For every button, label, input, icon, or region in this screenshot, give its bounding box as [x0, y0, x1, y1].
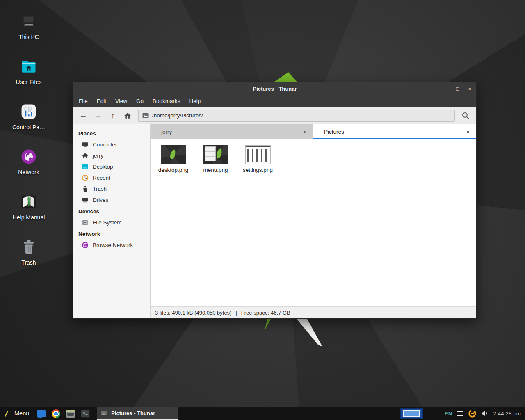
distro-feather-logo-icon	[2, 409, 11, 418]
desktop-icon-label: User Files	[16, 79, 41, 85]
close-button[interactable]: ×	[468, 86, 471, 91]
volume-icon[interactable]	[481, 410, 488, 417]
feather-green-tip	[273, 72, 298, 82]
workspace-pager[interactable]	[400, 408, 423, 419]
menu-button-label: Menu	[14, 410, 29, 417]
sidebar-header-devices: Devices	[73, 205, 150, 217]
launcher-chrome[interactable]	[52, 409, 60, 418]
this-pc-icon	[20, 12, 38, 30]
window-title: Pictures - Thunar	[253, 86, 297, 92]
menu-bookmarks[interactable]: Bookmarks	[148, 96, 185, 107]
sidebar-item-trash[interactable]: Trash	[73, 183, 150, 194]
window-body: Places Computer jerry Desktop Recent	[73, 124, 476, 318]
window-titlebar[interactable]: Pictures - Thunar – □ ×	[73, 82, 476, 95]
update-notifier-icon[interactable]	[468, 409, 477, 418]
tab-close-icon[interactable]: ×	[304, 129, 307, 135]
minimize-button[interactable]: –	[444, 86, 447, 91]
launcher-archive-manager[interactable]	[66, 410, 75, 418]
menu-file[interactable]: File	[74, 96, 92, 107]
sidebar-item-label: Computer	[93, 142, 117, 148]
tab-label: jerry	[161, 129, 172, 135]
menu-view[interactable]: View	[111, 96, 132, 107]
sidebar-header-places: Places	[73, 128, 150, 139]
desktop-root: This PC User Files Control Pa… Network H	[0, 0, 525, 420]
task-button-thunar[interactable]: Pictures - Thunar	[97, 407, 178, 420]
desktop-icon-label: Help Manual	[13, 214, 45, 221]
status-files-text: 3 files: 490.1 kB (490,050 bytes)	[155, 310, 231, 316]
desktop-icon-label: Control Pa…	[12, 124, 45, 130]
desktop-icon-help-manual[interactable]: Help Manual	[8, 188, 49, 233]
desktop-monitor-icon	[82, 163, 89, 170]
menu-go[interactable]: Go	[132, 96, 148, 107]
help-manual-icon	[20, 193, 38, 211]
sidebar-item-label: Desktop	[93, 164, 113, 170]
window-controls: – □ ×	[444, 82, 471, 95]
menu-png-thumbnail	[203, 145, 228, 164]
sidebar-item-browse-network[interactable]: Browse Network	[73, 240, 150, 251]
file-settings-png[interactable]: settings.png	[237, 143, 279, 173]
tab-jerry[interactable]: jerry ×	[151, 124, 313, 139]
tab-bar: jerry × Pictures ×	[151, 124, 476, 139]
desktop-icon-label: Trash	[21, 259, 36, 266]
task-button-label: Pictures - Thunar	[111, 410, 155, 416]
sidebar-item-label: Recent	[93, 175, 110, 181]
desktop-icon-grid: This PC User Files Control Pa… Network H	[8, 7, 49, 278]
file-view[interactable]: desktop.png menu.png settings.png	[151, 139, 476, 306]
file-desktop-png[interactable]: desktop.png	[152, 143, 194, 173]
desktop-icon-user-files[interactable]: User Files	[8, 52, 49, 98]
desktop-icon-trash[interactable]: Trash	[8, 233, 49, 278]
sidebar-item-file-system[interactable]: File System	[73, 217, 150, 228]
taskbar-clock[interactable]: 2:44:28 pm	[493, 411, 521, 417]
active-workspace	[403, 410, 420, 417]
archive-cabinet-icon	[66, 410, 75, 418]
sidebar-item-label: Trash	[93, 186, 107, 192]
status-free-space-text: Free space: 46.7 GB	[241, 310, 290, 316]
forward-button[interactable]: →	[91, 109, 105, 122]
file-menu-png[interactable]: menu.png	[194, 143, 237, 173]
toolbar: ← → ↑ /home/jerry/Pictures/	[73, 107, 476, 124]
up-button[interactable]: ↑	[105, 109, 120, 122]
computer-icon	[82, 141, 89, 148]
menu-help[interactable]: Help	[185, 96, 205, 107]
drives-icon	[82, 196, 89, 203]
maximize-button[interactable]: □	[456, 86, 459, 91]
main-pane: jerry × Pictures × desktop.png	[151, 124, 476, 318]
sidebar-item-label: File System	[93, 219, 122, 226]
feather-white-quill	[296, 318, 322, 347]
terminal-icon: >_	[81, 410, 90, 418]
menu-edit[interactable]: Edit	[92, 96, 111, 107]
keyboard-layout-indicator[interactable]: EN	[445, 411, 452, 417]
file-name: desktop.png	[158, 167, 189, 173]
user-files-folder-icon	[20, 57, 38, 75]
tab-pictures[interactable]: Pictures ×	[313, 124, 476, 139]
path-text: /home/jerry/Pictures/	[152, 112, 203, 119]
sidebar-item-computer[interactable]: Computer	[73, 139, 150, 150]
path-bar[interactable]: /home/jerry/Pictures/	[138, 110, 455, 122]
display-tray-icon[interactable]	[457, 411, 463, 416]
trash-small-icon	[82, 185, 89, 192]
sidebar-item-desktop[interactable]: Desktop	[73, 161, 150, 172]
back-button[interactable]: ←	[76, 109, 91, 122]
tasklist-drag-handle[interactable]	[94, 411, 95, 417]
desktop-icon-network[interactable]: Network	[8, 143, 49, 188]
feather-green-sliver	[265, 318, 271, 330]
sidebar-item-drives[interactable]: Drives	[73, 194, 150, 205]
desktop-icon-control-panel[interactable]: Control Pa…	[8, 98, 49, 143]
launcher-file-manager-blue[interactable]	[37, 410, 46, 417]
desktop-png-thumbnail	[161, 145, 186, 164]
desktop-icon-label: This PC	[18, 34, 39, 40]
start-menu-button[interactable]: Menu	[0, 407, 34, 420]
launcher-terminal[interactable]: >_	[81, 410, 90, 418]
search-icon	[461, 112, 470, 120]
control-panel-icon	[20, 103, 38, 121]
home-button[interactable]	[120, 109, 135, 122]
sidebar-item-jerry[interactable]: jerry	[73, 150, 150, 161]
thunar-window: Pictures - Thunar – □ × File Edit View G…	[73, 82, 477, 319]
desktop-icon-this-pc[interactable]: This PC	[8, 7, 49, 52]
sidebar-item-recent[interactable]: Recent	[73, 172, 150, 183]
tab-close-icon[interactable]: ×	[466, 129, 470, 135]
network-globe-icon	[20, 148, 38, 166]
taskbar: Menu >_ Pictures - Thunar EN 2:44:28 pm	[0, 407, 525, 420]
search-button[interactable]	[457, 109, 474, 122]
system-tray: EN 2:44:28 pm	[400, 408, 525, 419]
